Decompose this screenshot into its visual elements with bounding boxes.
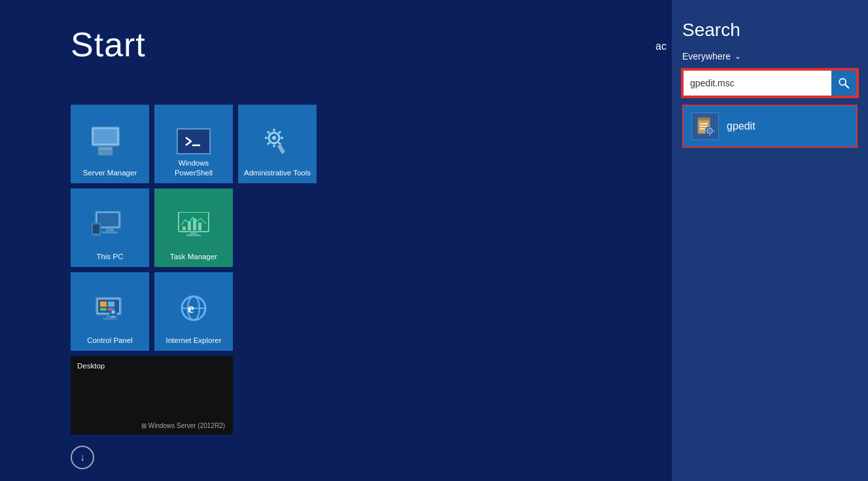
control-panel-icon bbox=[94, 295, 126, 323]
svg-rect-22 bbox=[102, 232, 118, 234]
search-panel-title: Search bbox=[682, 20, 858, 41]
powershell-icon bbox=[177, 128, 211, 154]
svg-line-14 bbox=[279, 143, 281, 145]
tile-desktop[interactable]: Desktop ⊞ Windows Server (2012R2) bbox=[71, 356, 233, 435]
search-button[interactable] bbox=[831, 71, 856, 96]
tiles-container: Server Manager WindowsPowerShell bbox=[71, 105, 317, 435]
tiles-row-1: Server Manager WindowsPowerShell bbox=[71, 105, 317, 183]
svg-point-8 bbox=[272, 136, 276, 140]
svg-point-41 bbox=[112, 310, 115, 313]
tile-admin-tools-label: Administrative Tools bbox=[238, 168, 317, 178]
svg-rect-39 bbox=[103, 318, 117, 320]
task-manager-icon bbox=[177, 212, 210, 238]
svg-rect-21 bbox=[106, 228, 114, 232]
account-text: ac bbox=[655, 41, 667, 52]
tile-ie[interactable]: e Internet Explorer bbox=[154, 272, 233, 351]
tile-server-manager[interactable]: Server Manager bbox=[71, 105, 149, 183]
svg-rect-29 bbox=[198, 223, 201, 230]
search-scope-label: Everywhere bbox=[682, 51, 731, 62]
ie-icon: e bbox=[177, 292, 210, 325]
svg-rect-1 bbox=[94, 129, 117, 143]
svg-rect-31 bbox=[186, 234, 201, 236]
svg-line-15 bbox=[279, 132, 281, 134]
svg-rect-35 bbox=[108, 302, 114, 307]
search-results: gpedit bbox=[682, 105, 858, 148]
tiles-row-2: This PC Task M bbox=[71, 188, 317, 267]
svg-text:e: e bbox=[188, 300, 194, 316]
search-input[interactable] bbox=[684, 73, 831, 94]
search-result-name: gpedit bbox=[727, 120, 755, 132]
svg-rect-36 bbox=[100, 308, 107, 311]
svg-rect-30 bbox=[190, 232, 197, 234]
down-arrow-button[interactable]: ↓ bbox=[71, 446, 94, 469]
tile-this-pc-label: This PC bbox=[71, 252, 149, 262]
server-manager-icon bbox=[92, 126, 128, 156]
tile-control-panel-label: Control Panel bbox=[71, 336, 149, 346]
tile-admin-tools[interactable]: Administrative Tools bbox=[238, 105, 317, 183]
search-result-gpedit[interactable]: gpedit bbox=[682, 105, 858, 148]
admin-tools-icon bbox=[261, 128, 294, 155]
search-input-wrapper bbox=[682, 69, 858, 97]
tile-task-manager-label: Task Manager bbox=[154, 252, 233, 262]
tile-ie-label: Internet Explorer bbox=[154, 336, 233, 346]
tiles-row-4: Desktop ⊞ Windows Server (2012R2) bbox=[71, 356, 317, 435]
tiles-row-3: Control Panel e Internet Explorer bbox=[71, 272, 317, 351]
search-scope-row[interactable]: Everywhere ⌄ bbox=[682, 51, 858, 62]
svg-line-47 bbox=[845, 84, 848, 88]
svg-rect-49 bbox=[698, 118, 710, 120]
svg-rect-26 bbox=[182, 226, 186, 230]
svg-point-4 bbox=[100, 148, 102, 150]
svg-line-16 bbox=[268, 143, 269, 145]
svg-rect-24 bbox=[93, 224, 99, 234]
svg-point-55 bbox=[709, 130, 711, 132]
search-scope-chevron-icon: ⌄ bbox=[735, 52, 741, 61]
svg-rect-34 bbox=[100, 302, 107, 307]
svg-line-13 bbox=[268, 132, 269, 134]
search-panel: Search Everywhere ⌄ bbox=[672, 0, 868, 481]
tile-powershell-label: WindowsPowerShell bbox=[154, 158, 233, 178]
tile-server-manager-label: Server Manager bbox=[71, 168, 149, 178]
svg-point-5 bbox=[100, 152, 102, 154]
down-arrow-icon: ↓ bbox=[80, 452, 85, 463]
desktop-sublabel: ⊞ Windows Server (2012R2) bbox=[141, 422, 225, 429]
tile-task-manager[interactable]: Task Manager bbox=[154, 188, 233, 267]
this-pc-icon bbox=[92, 211, 128, 239]
search-icon bbox=[838, 77, 850, 89]
tile-powershell[interactable]: WindowsPowerShell bbox=[154, 105, 233, 183]
tile-this-pc[interactable]: This PC bbox=[71, 188, 149, 267]
tile-control-panel[interactable]: Control Panel bbox=[71, 272, 149, 351]
tile-desktop-label: Desktop bbox=[71, 361, 233, 371]
gpedit-result-icon bbox=[691, 113, 719, 140]
start-title: Start bbox=[71, 25, 146, 64]
svg-rect-17 bbox=[277, 144, 285, 154]
